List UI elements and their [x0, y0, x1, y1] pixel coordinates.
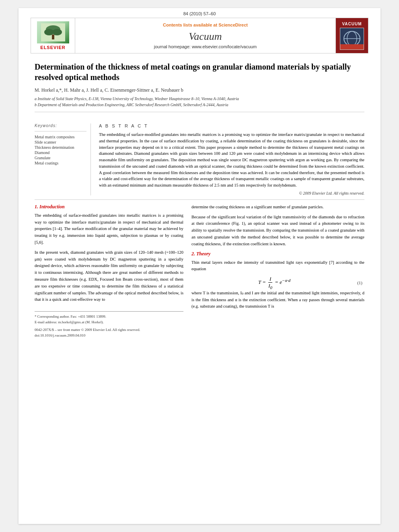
keyword-4: Diamond	[35, 150, 86, 155]
journal-homepage: journal homepage: www.elsevier.com/locat…	[154, 44, 257, 49]
keyword-6: Metal coatings	[35, 161, 86, 165]
copyright: © 2009 Elsevier Ltd. All rights reserved…	[99, 191, 364, 195]
sciencedirect-link: Contents lists available at ScienceDirec…	[163, 23, 248, 27]
section1-paragraph1: The embedding of surface-modified granul…	[35, 212, 183, 246]
authors: M. Horkel a,*, H. Mahr a, J. Hell a, C. …	[35, 87, 364, 93]
footnote-doi: doi:10.1016/j.vacuum.2009.04.010	[35, 333, 183, 339]
page-number: 84 (2010) 57–60	[19, 8, 380, 18]
formula-display: T = I I0 = e−α·d	[191, 276, 357, 290]
section1-title: 1. Introduction	[35, 204, 183, 210]
cover-image	[340, 28, 364, 50]
keyword-3: Thickness determination	[35, 145, 86, 150]
abstract-text: The embedding of surface-modified granul…	[99, 131, 364, 189]
left-column: 1. Introduction The embedding of surface…	[35, 204, 183, 338]
cover-title: VACUUM	[342, 22, 362, 26]
section1-continuation-p2: Because of the significant local variati…	[191, 214, 364, 248]
section1-continuation-p1: determine the coating thickness on a sig…	[191, 204, 364, 211]
keyword-1: Metal matrix composites	[35, 135, 86, 139]
section2-explanation: where T is the transmission, I₀ and I ar…	[191, 290, 364, 310]
article-header: Determination of the thickness of metal …	[19, 53, 380, 119]
svg-rect-4	[52, 35, 54, 39]
svg-rect-9	[340, 44, 364, 49]
journal-center-header: Contents lists available at ScienceDirec…	[75, 18, 336, 53]
svg-point-3	[52, 29, 62, 35]
keyword-2: Slide scanner	[35, 140, 86, 144]
abstract-section: Keywords: Metal matrix composites Slide …	[19, 119, 380, 199]
journal-cover: VACUUM	[336, 18, 368, 53]
main-content: 1. Introduction The embedding of surface…	[19, 200, 380, 346]
footnote-issn: 0042-207X/$ – see front matter © 2009 El…	[35, 327, 183, 333]
section1-paragraph2: In the present work, diamond granulates …	[35, 249, 183, 303]
elsevier-logo: ELSEVIER	[31, 18, 75, 53]
abstract-column: A B S T R A C T The embedding of surface…	[99, 123, 364, 195]
elsevier-brand: ELSEVIER	[40, 45, 65, 50]
affiliations: a Institute of Solid State Physics, E-13…	[35, 96, 364, 108]
affiliation-b: b Department of Materials and Production…	[35, 102, 364, 108]
footnote-email: E-mail address: m.horkel@gmx.at (M. Hork…	[35, 320, 183, 325]
article-title: Determination of the thickness of metal …	[35, 62, 364, 82]
keywords-column: Keywords: Metal matrix composites Slide …	[35, 123, 91, 195]
footnote-section: * Corresponding author. Fax: +431 58801 …	[35, 311, 183, 325]
formula-text: T = I I0 = e−α·d	[258, 276, 290, 290]
keyword-5: Granulate	[35, 156, 86, 160]
journal-header: ELSEVIER Contents lists available at Sci…	[31, 18, 368, 53]
section2-title: 2. Theory	[191, 251, 364, 257]
header-divider	[35, 112, 364, 112]
footnote-corresponding: * Corresponding author. Fax: +431 58801 …	[35, 314, 183, 320]
affiliation-a: a Institute of Solid State Physics, E-13…	[35, 96, 364, 102]
abstract-title: A B S T R A C T	[99, 123, 364, 128]
journal-name: Vacuum	[189, 31, 222, 43]
right-column: determine the coating thickness on a sig…	[191, 204, 364, 338]
section2-intro: Thin metal layers reduce the intensity o…	[191, 259, 364, 273]
elsevier-tree-logo	[37, 21, 69, 43]
formula-wrapper: T = I I0 = e−α·d (1)	[191, 276, 364, 290]
formula-number: (1)	[357, 280, 364, 285]
keywords-divider	[35, 131, 86, 131]
keywords-title: Keywords:	[35, 123, 86, 128]
